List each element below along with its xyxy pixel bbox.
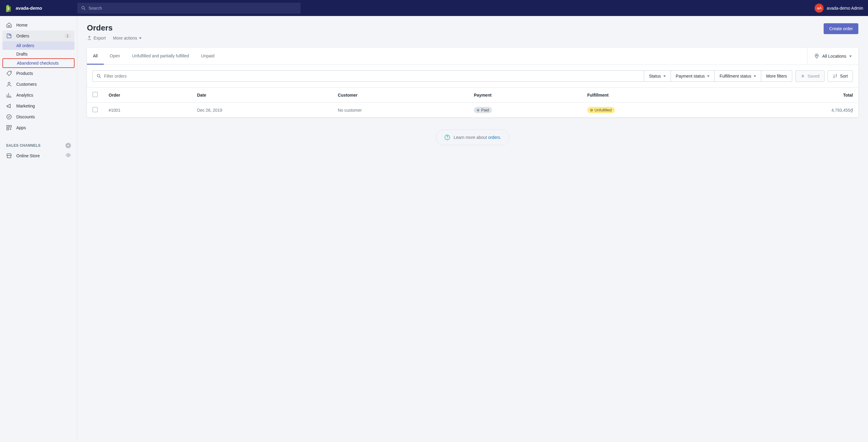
sidebar: Home Orders 1 All orders Drafts Abandone… <box>0 16 77 442</box>
search-input[interactable] <box>88 6 297 10</box>
filter-label: Payment status <box>676 73 705 79</box>
export-icon <box>87 36 92 40</box>
col-total[interactable]: Total <box>732 88 858 102</box>
global-search[interactable] <box>77 3 301 13</box>
eye-icon <box>65 152 71 158</box>
sidebar-item-label: Products <box>16 71 33 76</box>
chevron-down-icon <box>849 56 852 57</box>
store-name: avada-demo <box>16 5 42 10</box>
orders-icon <box>6 33 12 39</box>
sidebar-sub-label: Drafts <box>16 52 28 56</box>
add-channel-button[interactable] <box>65 143 71 148</box>
col-payment[interactable]: Payment <box>468 88 582 102</box>
home-icon <box>6 22 12 28</box>
chevron-down-icon <box>754 76 756 77</box>
status-dot-icon <box>477 109 479 111</box>
filter-input[interactable] <box>104 73 640 79</box>
avatar: aA <box>814 4 824 13</box>
svg-point-4 <box>8 82 10 84</box>
filter-search[interactable] <box>92 70 644 82</box>
sales-channels-heading: SALES CHANNELS <box>2 143 74 150</box>
sidebar-item-online-store[interactable]: Online Store <box>2 150 74 161</box>
cell-payment: Paid <box>468 102 582 118</box>
sidebar-item-orders[interactable]: Orders 1 <box>2 30 74 41</box>
more-actions-label: More actions <box>113 36 137 40</box>
chevron-down-icon <box>663 76 666 77</box>
more-actions-button[interactable]: More actions <box>113 36 141 40</box>
analytics-icon <box>6 92 12 98</box>
page-title: Orders <box>87 23 142 33</box>
table-row[interactable]: #1001 Dec 26, 2019 No customer Paid <box>87 102 858 118</box>
saved-searches-button[interactable]: Saved <box>795 70 825 82</box>
filter-more-filters[interactable]: More filters <box>761 70 792 82</box>
fulfillment-badge: Unfulfilled <box>587 107 615 113</box>
col-customer[interactable]: Customer <box>332 88 468 102</box>
apps-icon <box>6 125 12 131</box>
svg-text:S: S <box>7 7 10 10</box>
sidebar-item-apps[interactable]: Apps <box>2 122 74 133</box>
sidebar-item-label: Discounts <box>16 114 35 119</box>
select-all-checkbox[interactable] <box>92 92 98 97</box>
col-fulfillment[interactable]: Fulfillment <box>582 88 732 102</box>
sidebar-item-label: Customers <box>16 82 37 87</box>
sidebar-item-label: Online Store <box>16 153 40 158</box>
table-header-row: Order Date Customer Payment Fulfillment … <box>87 88 858 102</box>
sidebar-item-label: Apps <box>16 125 26 130</box>
tab-unfulfilled[interactable]: Unfulfilled and partially fulfilled <box>126 48 195 65</box>
sort-icon <box>833 73 838 79</box>
learn-prefix: Learn more about <box>454 135 488 140</box>
filter-status[interactable]: Status <box>644 70 671 82</box>
svg-point-12 <box>816 55 817 56</box>
orders-count-badge: 1 <box>64 33 71 38</box>
tab-unpaid[interactable]: Unpaid <box>195 48 220 65</box>
shopify-logo-icon: S <box>5 4 13 12</box>
sort-label: Sort <box>840 73 848 79</box>
sidebar-item-marketing[interactable]: Marketing <box>2 100 74 111</box>
learn-more-box: Learn more about orders. <box>436 129 509 145</box>
svg-point-11 <box>68 154 69 156</box>
create-order-button[interactable]: Create order <box>824 23 858 34</box>
user-menu[interactable]: aA avada-demo Admin <box>814 4 863 13</box>
search-icon <box>96 73 102 79</box>
filter-label: Status <box>649 73 661 79</box>
filter-fulfillment-status[interactable]: Fulfillment status <box>715 70 761 82</box>
svg-line-2 <box>84 9 85 10</box>
location-pin-icon <box>814 54 819 59</box>
filter-payment-status[interactable]: Payment status <box>671 70 715 82</box>
sidebar-sub-label: Abandoned checkouts <box>17 61 59 65</box>
orders-table: Order Date Customer Payment Fulfillment … <box>87 87 858 117</box>
sidebar-item-analytics[interactable]: Analytics <box>2 90 74 100</box>
svg-point-6 <box>8 116 9 117</box>
store-switcher[interactable]: S avada-demo <box>5 4 77 12</box>
status-ring-icon <box>590 109 593 111</box>
sidebar-sub-abandoned-checkouts[interactable]: Abandoned checkouts <box>2 58 74 68</box>
badge-label: Paid <box>481 108 489 112</box>
sort-button[interactable]: Sort <box>828 70 853 82</box>
sidebar-item-customers[interactable]: Customers <box>2 79 74 90</box>
topbar: S avada-demo aA avada-demo Admin <box>0 0 868 16</box>
store-icon <box>6 153 12 159</box>
learn-link[interactable]: orders <box>488 135 500 140</box>
orders-card: All Open Unfulfilled and partially fulfi… <box>87 48 858 117</box>
tab-open[interactable]: Open <box>104 48 126 65</box>
svg-point-16 <box>447 139 447 139</box>
row-checkbox[interactable] <box>92 107 98 112</box>
sidebar-item-products[interactable]: Products <box>2 68 74 79</box>
view-store-button[interactable] <box>65 152 71 159</box>
export-button[interactable]: Export <box>87 36 105 40</box>
sidebar-sub-label: All orders <box>16 43 34 48</box>
sidebar-item-home[interactable]: Home <box>2 20 74 30</box>
location-picker[interactable]: All Locations <box>807 48 858 65</box>
sidebar-item-discounts[interactable]: Discounts <box>2 111 74 122</box>
col-order[interactable]: Order <box>103 88 192 102</box>
sidebar-sub-all-orders[interactable]: All orders <box>2 41 74 50</box>
col-date[interactable]: Date <box>192 88 332 102</box>
svg-rect-9 <box>10 126 11 127</box>
sidebar-sub-drafts[interactable]: Drafts <box>2 50 74 58</box>
cell-date: Dec 26, 2019 <box>192 102 332 118</box>
tab-all[interactable]: All <box>87 48 104 65</box>
cell-order: #1001 <box>103 102 192 118</box>
section-heading-label: SALES CHANNELS <box>6 143 40 148</box>
filter-label: More filters <box>766 73 787 79</box>
person-icon <box>6 81 12 87</box>
